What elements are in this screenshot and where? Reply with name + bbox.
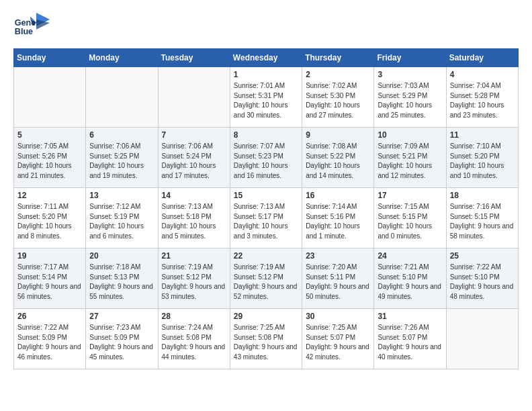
daylight-hours: Daylight: 10 hours and 19 minutes. [89, 162, 144, 179]
daylight-hours: Daylight: 9 hours and 48 minutes. [450, 283, 514, 300]
day-number: 24 [378, 251, 442, 261]
day-info: Sunrise: 7:23 AM Sunset: 5:09 PM Dayligh… [89, 323, 154, 362]
day-info: Sunrise: 7:16 AM Sunset: 5:15 PM Dayligh… [450, 202, 515, 241]
day-info: Sunrise: 7:13 AM Sunset: 5:18 PM Dayligh… [162, 202, 226, 241]
day-number: 23 [306, 251, 370, 261]
sunset-time: Sunset: 5:07 PM [378, 334, 427, 341]
daylight-hours: Daylight: 10 hours and 27 minutes. [306, 101, 360, 119]
day-info: Sunrise: 7:25 AM Sunset: 5:07 PM Dayligh… [306, 323, 370, 362]
calendar-cell: 17 Sunrise: 7:15 AM Sunset: 5:15 PM Dayl… [374, 188, 446, 248]
sunrise-time: Sunrise: 7:21 AM [378, 263, 429, 271]
day-info: Sunrise: 7:24 AM Sunset: 5:08 PM Dayligh… [162, 323, 226, 362]
sunset-time: Sunset: 5:29 PM [378, 92, 427, 99]
day-info: Sunrise: 7:03 AM Sunset: 5:29 PM Dayligh… [378, 81, 442, 120]
sunset-time: Sunset: 5:25 PM [89, 152, 139, 160]
sunrise-time: Sunrise: 7:19 AM [234, 263, 285, 271]
sunrise-time: Sunrise: 7:01 AM [234, 82, 285, 89]
sunset-time: Sunset: 5:13 PM [89, 273, 139, 281]
calendar-table: SundayMondayTuesdayWednesdayThursdayFrid… [13, 48, 519, 369]
day-number: 21 [162, 251, 226, 261]
calendar-cell: 12 Sunrise: 7:11 AM Sunset: 5:20 PM Dayl… [14, 188, 86, 248]
day-number: 29 [234, 312, 298, 321]
sunrise-time: Sunrise: 7:25 AM [234, 324, 285, 331]
daylight-hours: Daylight: 10 hours and 30 minutes. [234, 101, 288, 119]
calendar-cell: 11 Sunrise: 7:10 AM Sunset: 5:20 PM Dayl… [446, 128, 518, 188]
daylight-hours: Daylight: 10 hours and 17 minutes. [162, 162, 216, 179]
day-number: 13 [89, 191, 154, 200]
calendar-cell: 30 Sunrise: 7:25 AM Sunset: 5:07 PM Dayl… [302, 309, 374, 369]
sunrise-time: Sunrise: 7:06 AM [162, 142, 213, 150]
calendar-cell: 19 Sunrise: 7:17 AM Sunset: 5:14 PM Dayl… [14, 248, 86, 309]
daylight-hours: Daylight: 9 hours and 52 minutes. [234, 283, 298, 300]
weekday-header-thursday: Thursday [302, 49, 374, 67]
day-info: Sunrise: 7:25 AM Sunset: 5:08 PM Dayligh… [234, 323, 298, 362]
sunrise-time: Sunrise: 7:05 AM [17, 142, 69, 150]
sunrise-time: Sunrise: 7:02 AM [306, 82, 357, 89]
logo: General Blue [13, 13, 50, 38]
day-number: 4 [450, 70, 515, 79]
calendar-cell: 5 Sunrise: 7:05 AM Sunset: 5:26 PM Dayli… [14, 128, 86, 188]
calendar-cell [446, 309, 518, 369]
sunrise-time: Sunrise: 7:24 AM [162, 324, 213, 331]
day-number: 14 [162, 191, 226, 200]
calendar-cell: 21 Sunrise: 7:19 AM Sunset: 5:12 PM Dayl… [158, 248, 230, 309]
svg-text:Blue: Blue [15, 27, 33, 36]
calendar-cell: 31 Sunrise: 7:26 AM Sunset: 5:07 PM Dayl… [374, 309, 446, 369]
day-info: Sunrise: 7:13 AM Sunset: 5:17 PM Dayligh… [234, 202, 298, 241]
day-info: Sunrise: 7:22 AM Sunset: 5:09 PM Dayligh… [17, 323, 82, 362]
calendar-cell: 8 Sunrise: 7:07 AM Sunset: 5:23 PM Dayli… [230, 128, 302, 188]
sunrise-time: Sunrise: 7:10 AM [450, 142, 501, 150]
daylight-hours: Daylight: 10 hours and 25 minutes. [378, 101, 432, 119]
day-info: Sunrise: 7:26 AM Sunset: 5:07 PM Dayligh… [378, 323, 442, 362]
daylight-hours: Daylight: 9 hours and 46 minutes. [17, 343, 81, 361]
sunrise-time: Sunrise: 7:03 AM [378, 82, 429, 89]
calendar-cell: 29 Sunrise: 7:25 AM Sunset: 5:08 PM Dayl… [230, 309, 302, 369]
day-number: 7 [162, 130, 226, 140]
calendar-cell: 2 Sunrise: 7:02 AM Sunset: 5:30 PM Dayli… [302, 67, 374, 128]
day-number: 20 [89, 251, 154, 261]
calendar-cell: 16 Sunrise: 7:14 AM Sunset: 5:16 PM Dayl… [302, 188, 374, 248]
day-info: Sunrise: 7:02 AM Sunset: 5:30 PM Dayligh… [306, 81, 370, 120]
day-info: Sunrise: 7:08 AM Sunset: 5:22 PM Dayligh… [306, 142, 370, 181]
daylight-hours: Daylight: 10 hours and 3 minutes. [234, 222, 288, 240]
day-number: 2 [306, 70, 370, 79]
calendar-cell: 9 Sunrise: 7:08 AM Sunset: 5:22 PM Dayli… [302, 128, 374, 188]
day-number: 17 [378, 191, 442, 200]
day-info: Sunrise: 7:15 AM Sunset: 5:15 PM Dayligh… [378, 202, 442, 241]
sunset-time: Sunset: 5:16 PM [306, 213, 355, 220]
sunrise-time: Sunrise: 7:17 AM [17, 263, 69, 271]
sunset-time: Sunset: 5:08 PM [162, 334, 212, 341]
calendar-cell: 27 Sunrise: 7:23 AM Sunset: 5:09 PM Dayl… [86, 309, 158, 369]
sunrise-time: Sunrise: 7:22 AM [17, 324, 69, 331]
sunrise-time: Sunrise: 7:26 AM [378, 324, 429, 331]
daylight-hours: Daylight: 9 hours and 40 minutes. [378, 343, 441, 361]
calendar-cell: 24 Sunrise: 7:21 AM Sunset: 5:10 PM Dayl… [374, 248, 446, 309]
daylight-hours: Daylight: 10 hours and 16 minutes. [234, 162, 288, 179]
daylight-hours: Daylight: 10 hours and 1 minute. [306, 222, 360, 240]
sunset-time: Sunset: 5:12 PM [234, 273, 283, 281]
daylight-hours: Daylight: 9 hours and 45 minutes. [89, 343, 153, 361]
day-number: 11 [450, 130, 515, 140]
calendar-cell: 4 Sunrise: 7:04 AM Sunset: 5:28 PM Dayli… [446, 67, 518, 128]
calendar-week-row: 19 Sunrise: 7:17 AM Sunset: 5:14 PM Dayl… [14, 248, 519, 309]
day-number: 22 [234, 251, 298, 261]
day-info: Sunrise: 7:21 AM Sunset: 5:10 PM Dayligh… [378, 263, 442, 302]
calendar-cell [86, 67, 158, 128]
day-info: Sunrise: 7:05 AM Sunset: 5:26 PM Dayligh… [17, 142, 82, 181]
day-number: 15 [234, 191, 298, 200]
day-info: Sunrise: 7:20 AM Sunset: 5:11 PM Dayligh… [306, 263, 370, 302]
weekday-header-saturday: Saturday [446, 49, 518, 67]
day-number: 26 [17, 312, 82, 321]
sunrise-time: Sunrise: 7:19 AM [162, 263, 213, 271]
calendar-cell: 18 Sunrise: 7:16 AM Sunset: 5:15 PM Dayl… [446, 188, 518, 248]
sunrise-time: Sunrise: 7:23 AM [89, 324, 140, 331]
daylight-hours: Daylight: 10 hours and 23 minutes. [450, 101, 504, 119]
logo-icon: General Blue [13, 13, 38, 38]
calendar-week-row: 12 Sunrise: 7:11 AM Sunset: 5:20 PM Dayl… [14, 188, 519, 248]
sunset-time: Sunset: 5:08 PM [234, 334, 283, 341]
sunset-time: Sunset: 5:31 PM [234, 92, 283, 99]
weekday-header-wednesday: Wednesday [230, 49, 302, 67]
day-info: Sunrise: 7:10 AM Sunset: 5:20 PM Dayligh… [450, 142, 515, 181]
daylight-hours: Daylight: 10 hours and 14 minutes. [306, 162, 360, 179]
daylight-hours: Daylight: 10 hours and 8 minutes. [17, 222, 72, 240]
